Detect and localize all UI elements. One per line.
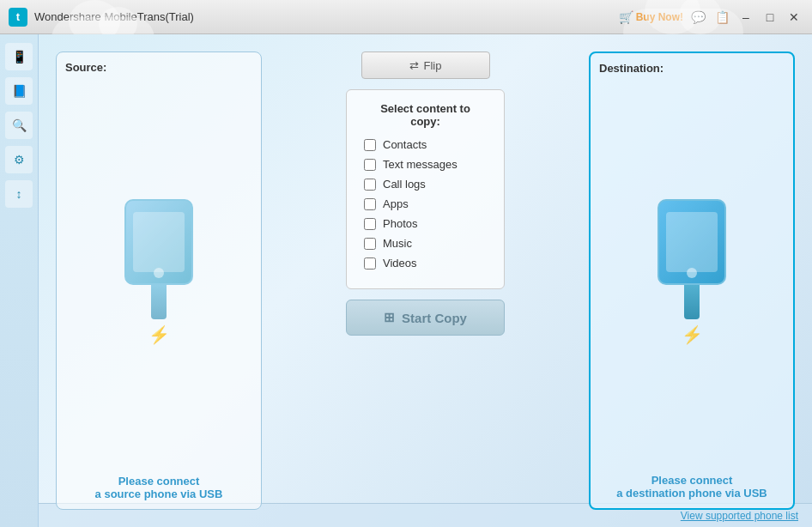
videos-item: Videos <box>364 257 487 270</box>
start-copy-button[interactable]: ⊞ Start Copy <box>346 300 505 336</box>
sidebar-icon-4[interactable]: ⚙ <box>5 146 33 173</box>
minimize-button[interactable]: – <box>736 8 755 27</box>
three-column-layout: Source: ⚡ Please connecta source phone v… <box>56 51 795 510</box>
source-connect-text: Please connecta source phone via USB <box>95 475 223 500</box>
source-phone-illustration: ⚡ <box>124 81 193 468</box>
start-copy-icon: ⊞ <box>384 310 395 325</box>
apps-item: Apps <box>364 197 487 210</box>
sidebar-icon-1[interactable]: 📱 <box>5 43 33 70</box>
flip-icon: ⇄ <box>409 59 419 72</box>
music-item: Music <box>364 237 487 250</box>
call-logs-item: Call logs <box>364 178 487 191</box>
destination-phone-body <box>657 199 726 285</box>
destination-phone-illustration: ⚡ <box>657 82 726 467</box>
middle-column: ⇄ Flip Select content to copy: Contacts … <box>276 51 575 510</box>
destination-label: Destination: <box>599 62 664 75</box>
call-logs-label[interactable]: Call logs <box>383 178 426 191</box>
sidebar-icon-2[interactable]: 📘 <box>5 77 33 105</box>
app-title: Wondershare MobileTrans(Trial) <box>34 10 619 23</box>
photos-label[interactable]: Photos <box>383 217 417 230</box>
flip-button[interactable]: ⇄ Flip <box>361 51 490 79</box>
videos-checkbox[interactable] <box>364 257 376 270</box>
sidebar-icon-3[interactable]: 🔍 <box>5 112 33 139</box>
content-selection-panel: Select content to copy: Contacts Text me… <box>346 89 505 289</box>
destination-panel: Destination: ⚡ Please connecta destinati… <box>589 51 795 510</box>
clipboard-icon[interactable]: 📋 <box>712 8 731 27</box>
source-phone-body <box>124 199 193 285</box>
source-phone-screen <box>133 212 185 272</box>
title-bar-actions: 🛒 Buy Now! 💬 📋 – □ ✕ <box>619 8 803 27</box>
music-label[interactable]: Music <box>383 237 412 250</box>
main-content: Source: ⚡ Please connecta source phone v… <box>39 34 812 527</box>
source-usb-symbol: ⚡ <box>146 319 172 349</box>
apps-checkbox[interactable] <box>364 198 376 210</box>
destination-connect-text: Please connecta destination phone via US… <box>616 474 767 500</box>
photos-checkbox[interactable] <box>364 218 376 230</box>
close-button[interactable]: ✕ <box>785 8 803 27</box>
contacts-item: Contacts <box>364 138 487 151</box>
sidebar: 📱 📘 🔍 ⚙ ↕ <box>0 34 39 527</box>
supported-phones-link[interactable]: View supported phone list <box>681 510 798 522</box>
destination-phone-screen <box>666 212 718 272</box>
sidebar-icon-5[interactable]: ↕ <box>5 180 33 208</box>
destination-usb-symbol: ⚡ <box>679 319 705 349</box>
videos-label[interactable]: Videos <box>383 257 417 270</box>
destination-usb-connector <box>684 285 700 319</box>
app-icon: t <box>9 8 27 27</box>
call-logs-checkbox[interactable] <box>364 179 376 191</box>
title-bar: t Wondershare MobileTrans(Trial) 🛒 Buy N… <box>0 0 812 34</box>
source-phone-home <box>154 268 164 278</box>
source-label: Source: <box>65 61 106 74</box>
apps-label[interactable]: Apps <box>383 197 409 210</box>
buy-now-button[interactable]: 🛒 Buy Now! <box>619 10 683 24</box>
photos-item: Photos <box>364 217 487 230</box>
text-messages-label[interactable]: Text messages <box>383 158 458 171</box>
cart-icon: 🛒 <box>619 10 633 24</box>
contacts-label[interactable]: Contacts <box>383 138 427 151</box>
destination-phone-home <box>687 268 697 278</box>
contacts-checkbox[interactable] <box>364 139 376 151</box>
chat-icon[interactable]: 💬 <box>688 8 707 27</box>
source-panel: Source: ⚡ Please connecta source phone v… <box>56 51 262 510</box>
text-messages-item: Text messages <box>364 158 487 171</box>
restore-button[interactable]: □ <box>760 8 779 27</box>
content-title: Select content to copy: <box>364 102 487 128</box>
source-usb-connector <box>151 285 167 319</box>
music-checkbox[interactable] <box>364 238 376 250</box>
text-messages-checkbox[interactable] <box>364 159 376 171</box>
